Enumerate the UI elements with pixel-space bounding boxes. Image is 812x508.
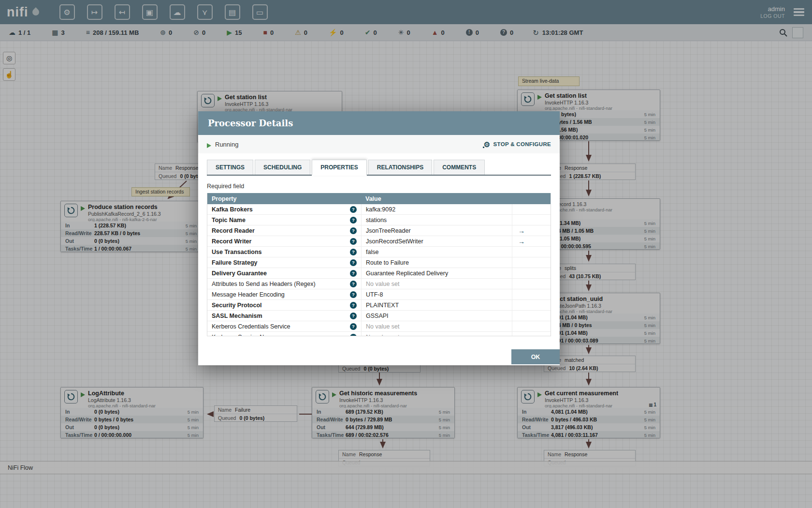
help-icon[interactable]: ?: [350, 217, 357, 224]
processor-details-dialog: Processor Details Running ⚙ STOP & CONFI…: [198, 111, 560, 365]
property-value: Guarantee Replicated Delivery: [366, 270, 448, 277]
property-row: Record Reader ? JsonTreeReader →: [207, 225, 551, 236]
property-name: Record Writer: [212, 238, 347, 245]
property-name: Kerberos Credentials Service: [212, 323, 347, 330]
help-icon[interactable]: ?: [350, 227, 357, 234]
stop-and-configure-button[interactable]: ⚙ STOP & CONFIGURE: [484, 141, 551, 148]
property-name: Record Reader: [212, 227, 347, 234]
properties-table: Property Value Kafka Brokers ? kafka:909…: [207, 193, 551, 336]
help-icon[interactable]: ?: [350, 291, 357, 298]
help-icon[interactable]: ?: [350, 249, 357, 255]
dialog-title: Processor Details: [198, 111, 560, 135]
property-name: Delivery Guarantee: [212, 270, 347, 277]
help-icon[interactable]: ?: [350, 259, 357, 266]
ok-button[interactable]: OK: [511, 349, 560, 364]
property-row: SASL Mechanism ? GSSAPI →: [207, 311, 551, 321]
property-value: false: [366, 249, 378, 255]
running-icon: [207, 143, 211, 148]
help-icon[interactable]: ?: [350, 302, 357, 309]
column-property: Property: [207, 195, 361, 202]
property-row: Failure Strategy ? Route to Failure →: [207, 257, 551, 268]
tab-label: COMMENTS: [442, 164, 476, 171]
property-value: stations: [366, 217, 387, 224]
property-row: Delivery Guarantee ? Guarantee Replicate…: [207, 268, 551, 279]
property-value: No value set: [366, 281, 399, 287]
property-value: PLAINTEXT: [366, 302, 399, 309]
property-name: Kafka Brokers: [212, 206, 347, 213]
help-icon[interactable]: ?: [350, 323, 357, 330]
property-row: Record Writer ? JsonRecordSetWriter →: [207, 236, 551, 247]
dialog-tab[interactable]: SETTINGS: [207, 160, 253, 175]
property-value: No value set: [366, 323, 399, 330]
property-name: Kerberos Service Name: [212, 334, 347, 336]
help-icon[interactable]: ?: [350, 334, 357, 336]
properties-table-header: Property Value: [207, 193, 551, 204]
help-icon[interactable]: ?: [350, 281, 357, 287]
tab-label: SCHEDULING: [263, 164, 302, 171]
column-value: Value: [361, 195, 512, 202]
property-name: SASL Mechanism: [212, 313, 347, 319]
property-value: No value set: [366, 334, 399, 336]
property-name: Security Protocol: [212, 302, 347, 309]
property-row: Use Transactions ? false →: [207, 247, 551, 257]
property-value: kafka:9092: [366, 206, 395, 213]
nifi-application: ◎ ☝ Stream live-data Ingest station reco…: [0, 0, 812, 508]
help-icon[interactable]: ?: [350, 206, 357, 213]
help-icon[interactable]: ?: [350, 313, 357, 319]
dialog-tab[interactable]: SCHEDULING: [255, 160, 310, 175]
property-name: Message Header Encoding: [212, 291, 347, 298]
property-name: Topic Name: [212, 217, 347, 224]
tab-label: PROPERTIES: [320, 164, 358, 171]
property-row: Kerberos Service Name ? No value set →: [207, 332, 551, 336]
goto-service-icon[interactable]: →: [518, 238, 525, 245]
tab-label: SETTINGS: [216, 164, 245, 171]
property-row: Kerberos Credentials Service ? No value …: [207, 321, 551, 332]
property-value: UTF-8: [366, 291, 383, 298]
help-icon[interactable]: ?: [350, 270, 357, 277]
property-value: Route to Failure: [366, 259, 409, 266]
property-name: Attributes to Send as Headers (Regex): [212, 281, 347, 287]
property-value: GSSAPI: [366, 313, 389, 319]
dialog-tabs: SETTINGS SCHEDULING PROPERTIES RELATIONS…: [207, 160, 551, 176]
property-row: Topic Name ? stations →: [207, 215, 551, 225]
property-value: JsonTreeReader: [366, 227, 411, 234]
gear-icon: ⚙: [484, 141, 491, 148]
required-field-note: Required field: [207, 183, 551, 190]
property-name: Use Transactions: [212, 249, 347, 255]
property-value: JsonRecordSetWriter: [366, 238, 423, 245]
goto-service-icon[interactable]: →: [518, 227, 525, 234]
help-icon[interactable]: ?: [350, 238, 357, 245]
dialog-tab[interactable]: PROPERTIES: [312, 160, 366, 176]
run-status-label: Running: [215, 141, 238, 148]
property-row: Message Header Encoding ? UTF-8 →: [207, 289, 551, 300]
dialog-tab[interactable]: RELATIONSHIPS: [368, 160, 432, 175]
property-row: Attributes to Send as Headers (Regex) ? …: [207, 279, 551, 289]
dialog-tab[interactable]: COMMENTS: [434, 160, 485, 175]
property-row: Kafka Brokers ? kafka:9092 →: [207, 204, 551, 215]
property-row: Security Protocol ? PLAINTEXT →: [207, 300, 551, 311]
tab-label: RELATIONSHIPS: [377, 164, 423, 171]
property-name: Failure Strategy: [212, 259, 347, 266]
